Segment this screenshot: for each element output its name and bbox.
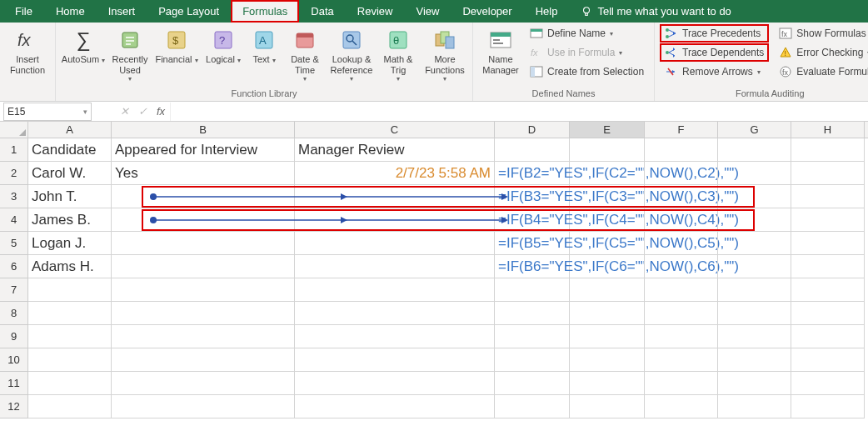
evaluate-formula-button[interactable]: fx Evaluate Formula (774, 63, 868, 81)
col-header-G[interactable]: G (718, 122, 791, 138)
cell-C4[interactable] (295, 208, 495, 232)
cell[interactable] (295, 348, 495, 372)
row-header-10[interactable]: 10 (0, 348, 28, 372)
cell-H6[interactable] (791, 255, 865, 278)
row-header-4[interactable]: 4 (0, 208, 28, 232)
trace-precedents-button[interactable]: Trace Precedents (660, 24, 769, 43)
cell-A3[interactable]: John T. (28, 185, 112, 208)
cell-B3[interactable] (112, 185, 295, 208)
cell[interactable] (570, 278, 645, 302)
cell[interactable] (495, 395, 570, 418)
cell-C6[interactable] (295, 255, 495, 278)
cell-D1[interactable] (495, 138, 570, 162)
col-header-C[interactable]: C (295, 122, 495, 138)
row-header-9[interactable]: 9 (0, 325, 28, 348)
cell-H4[interactable] (791, 208, 865, 232)
datetime-button[interactable]: Date & Time▾ (282, 24, 327, 83)
cell[interactable] (791, 395, 865, 418)
cell-F3[interactable] (645, 185, 718, 208)
tab-pagelayout[interactable]: Page Layout (147, 0, 231, 23)
cell[interactable] (645, 302, 718, 325)
col-header-H[interactable]: H (791, 122, 865, 138)
cell-D5[interactable]: =IF(B5="YES",IF(C5="",NOW(),C5),"") (495, 232, 570, 255)
tell-me-search[interactable]: Tell me what you want to do (569, 0, 742, 23)
cell[interactable] (645, 278, 718, 302)
name-manager-button[interactable]: Name Manager (478, 24, 523, 75)
cell[interactable] (495, 348, 570, 372)
cell[interactable] (295, 278, 495, 302)
worksheet-grid[interactable]: A B C D E F G H 1 Candidate Appeared for… (0, 122, 868, 418)
more-functions-button[interactable]: More Functions▾ (422, 24, 467, 83)
cell-B2[interactable]: Yes (112, 162, 295, 185)
cell[interactable] (718, 278, 791, 302)
cell[interactable] (570, 395, 645, 418)
cell-G2[interactable] (718, 162, 791, 185)
row-header-11[interactable]: 11 (0, 372, 28, 395)
cell-E5[interactable] (570, 232, 645, 255)
cell[interactable] (495, 302, 570, 325)
row-header-5[interactable]: 5 (0, 232, 28, 255)
cell-B4[interactable] (112, 208, 295, 232)
cell[interactable] (28, 372, 112, 395)
cell-D3[interactable]: =IF(B3="YES",IF(C3="",NOW(),C3),"") (495, 185, 570, 208)
cell[interactable] (791, 372, 865, 395)
cell-B1[interactable]: Appeared for Interview (112, 138, 295, 162)
cell[interactable] (112, 325, 295, 348)
cell[interactable] (112, 278, 295, 302)
fx-button[interactable]: fx (152, 105, 170, 118)
tab-help[interactable]: Help (524, 0, 570, 23)
row-header-3[interactable]: 3 (0, 185, 28, 208)
cell-F5[interactable] (645, 232, 718, 255)
row-header-2[interactable]: 2 (0, 162, 28, 185)
cell[interactable] (495, 372, 570, 395)
row-header-8[interactable]: 8 (0, 302, 28, 325)
cell-E6[interactable] (570, 255, 645, 278)
row-header-12[interactable]: 12 (0, 395, 28, 418)
cell-C3[interactable] (295, 185, 495, 208)
cell-A6[interactable]: Adams H. (28, 255, 112, 278)
error-checking-button[interactable]: ! Error Checking ▾ (774, 43, 868, 62)
financial-button[interactable]: $ Financial ▾ (154, 24, 199, 65)
name-box[interactable]: E15 ▾ (3, 103, 92, 121)
cell[interactable] (28, 302, 112, 325)
cell[interactable] (645, 395, 718, 418)
lookup-button[interactable]: Lookup & Reference▾ (329, 24, 374, 83)
cell-G1[interactable] (718, 138, 791, 162)
cell[interactable] (570, 348, 645, 372)
cell-E4[interactable] (570, 208, 645, 232)
cell[interactable] (28, 395, 112, 418)
cell-E2[interactable] (570, 162, 645, 185)
cell-E3[interactable] (570, 185, 645, 208)
cell-F1[interactable] (645, 138, 718, 162)
cell[interactable] (112, 348, 295, 372)
tab-formulas[interactable]: Formulas (231, 0, 299, 23)
cell-H2[interactable] (791, 162, 865, 185)
cell-A2[interactable]: Carol W. (28, 162, 112, 185)
cell-B5[interactable] (112, 232, 295, 255)
cell-G5[interactable] (718, 232, 791, 255)
cell[interactable] (570, 372, 645, 395)
define-name-button[interactable]: Define Name ▾ (525, 24, 649, 43)
tab-insert[interactable]: Insert (97, 0, 147, 23)
cell[interactable] (295, 302, 495, 325)
cell[interactable] (495, 325, 570, 348)
remove-arrows-button[interactable]: Remove Arrows ▾ (660, 63, 769, 81)
cell[interactable] (791, 278, 865, 302)
cell[interactable] (295, 395, 495, 418)
insert-function-button[interactable]: fx Insert Function (5, 24, 50, 75)
cell-D4[interactable]: =IF(B4="YES",IF(C4="",NOW(),C4),"") (495, 208, 570, 232)
cell-F2[interactable] (645, 162, 718, 185)
show-formulas-button[interactable]: fx Show Formulas (774, 24, 868, 43)
cell-D6[interactable]: =IF(B6="YES",IF(C6="",NOW(),C6),"") (495, 255, 570, 278)
cell-E1[interactable] (570, 138, 645, 162)
cell[interactable] (28, 325, 112, 348)
cell[interactable] (28, 278, 112, 302)
cell[interactable] (112, 395, 295, 418)
cell-H3[interactable] (791, 185, 865, 208)
cell[interactable] (570, 325, 645, 348)
tab-developer[interactable]: Developer (451, 0, 523, 23)
cell-C1[interactable]: Manager Review (295, 138, 495, 162)
cell[interactable] (495, 278, 570, 302)
cell[interactable] (28, 348, 112, 372)
tab-home[interactable]: Home (44, 0, 97, 23)
